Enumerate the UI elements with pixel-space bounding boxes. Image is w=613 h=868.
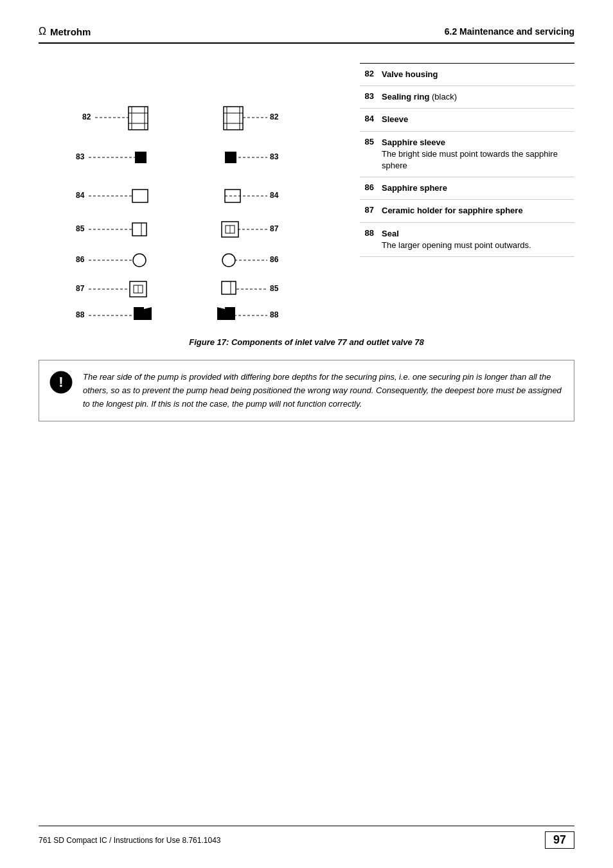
- section-title: 6.2 Maintenance and servicing: [445, 26, 574, 37]
- svg-text:86: 86: [270, 255, 279, 264]
- part-number-86: 86: [360, 182, 374, 192]
- part-item-84: 84 Sleeve: [360, 109, 574, 131]
- notice-text: The rear side of the pump is provided wi…: [83, 371, 564, 411]
- part-item-83: 83 Sealing ring (black): [360, 86, 574, 109]
- svg-text:86: 86: [76, 255, 85, 264]
- page: Ω Metrohm 6.2 Maintenance and servicing …: [0, 0, 613, 868]
- svg-text:85: 85: [270, 284, 279, 293]
- svg-text:82: 82: [270, 112, 279, 121]
- part-number-88: 88: [360, 228, 374, 238]
- part-number-85: 85: [360, 137, 374, 146]
- svg-rect-56: [225, 307, 235, 320]
- logo-text: Metrohm: [50, 26, 91, 37]
- part-item-87: 87 Ceramic holder for sapphire sphere: [360, 200, 574, 222]
- svg-text:!: !: [58, 374, 63, 390]
- svg-marker-57: [217, 307, 225, 320]
- part-desc-88: SealThe larger opening must point outwar…: [382, 228, 531, 251]
- svg-rect-12: [132, 190, 148, 202]
- part-number-83: 83: [360, 91, 374, 101]
- part-desc-82: Valve housing: [382, 69, 438, 80]
- svg-rect-9: [135, 152, 147, 163]
- svg-text:84: 84: [270, 191, 279, 200]
- part-number-87: 87: [360, 205, 374, 215]
- part-item-88: 88 SealThe larger opening must point out…: [360, 223, 574, 257]
- diagram-area: 82 83 84 85: [39, 63, 347, 322]
- notice-box: ! The rear side of the pump is provided …: [39, 360, 574, 421]
- svg-rect-38: [225, 152, 236, 163]
- part-number-82: 82: [360, 69, 374, 78]
- part-item-82: 82 Valve housing: [360, 64, 574, 86]
- svg-text:85: 85: [76, 224, 85, 233]
- part-item-86: 86 Sapphire sphere: [360, 177, 574, 200]
- part-desc-84: Sleeve: [382, 114, 408, 125]
- part-desc-85: Sapphire sleeveThe bright side must poin…: [382, 137, 574, 172]
- page-number: 97: [545, 831, 574, 849]
- footer-left-text: 761 SD Compact IC / Instructions for Use…: [39, 836, 220, 845]
- main-content: 82 83 84 85: [39, 63, 574, 322]
- svg-point-19: [133, 254, 146, 267]
- parts-list: 82 Valve housing 83 Sealing ring (black)…: [360, 63, 574, 322]
- svg-rect-27: [134, 307, 144, 320]
- part-desc-87: Ceramic holder for sapphire sphere: [382, 205, 523, 217]
- notice-icon: !: [49, 371, 73, 394]
- svg-point-49: [222, 254, 235, 267]
- part-desc-83: Sealing ring (black): [382, 91, 457, 103]
- svg-rect-52: [222, 281, 236, 294]
- svg-text:83: 83: [76, 152, 85, 161]
- svg-rect-15: [132, 223, 147, 236]
- svg-text:87: 87: [270, 224, 279, 233]
- logo-symbol: Ω: [39, 26, 46, 37]
- part-desc-86: Sapphire sphere: [382, 182, 447, 194]
- figure-caption: Figure 17: Components of inlet valve 77 …: [39, 337, 574, 347]
- svg-text:84: 84: [76, 191, 85, 200]
- page-header: Ω Metrohm 6.2 Maintenance and servicing: [39, 26, 574, 44]
- svg-text:88: 88: [270, 310, 279, 319]
- logo: Ω Metrohm: [39, 26, 91, 37]
- svg-text:82: 82: [82, 112, 91, 121]
- part-number-84: 84: [360, 114, 374, 123]
- svg-text:83: 83: [270, 152, 279, 161]
- svg-text:88: 88: [76, 310, 85, 319]
- svg-marker-28: [144, 307, 152, 320]
- parts-diagram: 82 83 84 85: [39, 63, 334, 320]
- svg-text:87: 87: [76, 284, 85, 293]
- part-item-85: 85 Sapphire sleeveThe bright side must p…: [360, 132, 574, 178]
- page-footer: 761 SD Compact IC / Instructions for Use…: [39, 826, 574, 849]
